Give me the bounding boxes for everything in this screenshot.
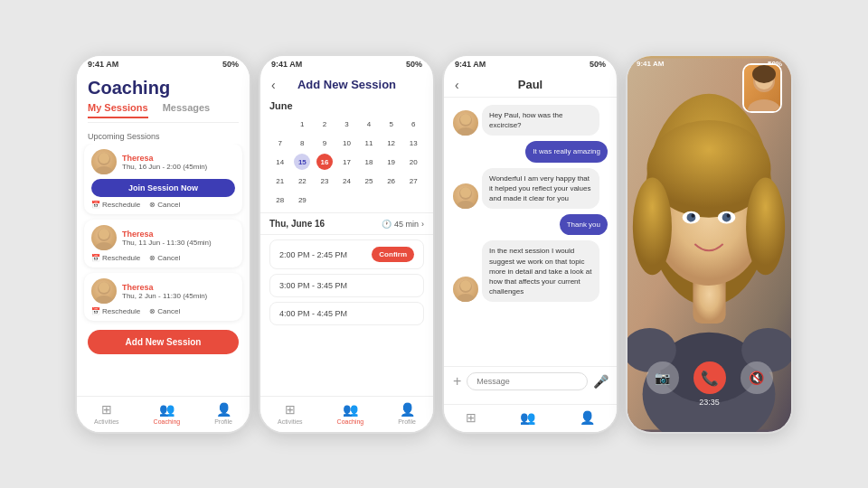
cal-29[interactable]: 29	[294, 192, 310, 208]
cal-6[interactable]: 6	[405, 116, 421, 132]
time-3: 9:41 AM	[455, 60, 486, 69]
cal-1[interactable]: 1	[294, 116, 310, 132]
phone-video-call: 9:41 AM 50%	[626, 54, 793, 434]
cal-14[interactable]: 14	[272, 154, 288, 170]
cancel-link-1[interactable]: ⊗ Cancel	[149, 201, 180, 209]
nav-profile-2[interactable]: 👤 Profile	[398, 402, 416, 425]
tab-messages[interactable]: Messages	[163, 102, 211, 118]
activities-icon-2: ⊞	[285, 402, 296, 417]
nav-coaching-1[interactable]: 👥 Coaching	[154, 402, 181, 425]
mute-icon: 🔇	[749, 371, 764, 385]
profile-icon-2: 👤	[400, 402, 415, 417]
cal-26[interactable]: 26	[383, 173, 400, 189]
clock-icon: 🕐	[382, 220, 392, 229]
cal-4[interactable]: 4	[361, 116, 377, 132]
svg-point-14	[460, 187, 471, 198]
date-bar: Thu, June 16 🕐 45 min ›	[260, 212, 433, 235]
time-2: 9:41 AM	[271, 60, 302, 69]
session-card-3: Theresa Thu, 2 Jun - 11:30 (45min) 📅 Res…	[84, 273, 242, 321]
chevron-right-icon[interactable]: ›	[421, 220, 424, 229]
cal-11[interactable]: 11	[361, 135, 377, 151]
cal-28[interactable]: 28	[272, 192, 288, 208]
call-controls: 📷 📞 🔇	[627, 361, 791, 394]
nav-profile-3[interactable]: 👤	[580, 410, 595, 425]
cal-9[interactable]: 9	[316, 135, 333, 151]
session-time-1: Thu, 16 Jun - 2:00 (45min)	[122, 163, 207, 171]
cal-10[interactable]: 10	[338, 135, 354, 151]
battery-2: 50%	[406, 60, 422, 69]
msg-row-5: In the next session I would suggest we w…	[453, 240, 608, 302]
hangup-icon: 📞	[701, 370, 719, 387]
battery-3: 50%	[590, 60, 606, 69]
svg-point-4	[95, 242, 113, 250]
call-timer: 23:35	[627, 398, 791, 407]
microphone-button[interactable]: 🎤	[593, 374, 609, 389]
mute-button[interactable]: 🔇	[741, 361, 773, 394]
svg-point-24	[746, 178, 785, 276]
profile-icon-3: 👤	[580, 410, 595, 425]
video-icon: 📷	[655, 371, 670, 385]
session-info-3: Theresa Thu, 2 Jun - 11:30 (45min)	[122, 283, 207, 300]
msg-row-3: Wonderful I am very happy that it helped…	[453, 168, 608, 210]
reschedule-link-1[interactable]: 📅 Reschedule	[91, 201, 140, 209]
cal-12[interactable]: 12	[383, 135, 400, 151]
svg-point-11	[460, 114, 471, 125]
hangup-button[interactable]: 📞	[693, 361, 726, 394]
add-new-session-button[interactable]: Add New Session	[88, 330, 239, 354]
cal-15[interactable]: 15	[294, 154, 310, 170]
cal-5[interactable]: 5	[383, 116, 400, 132]
cal-23[interactable]: 23	[316, 173, 333, 189]
message-input[interactable]	[467, 372, 588, 390]
reschedule-link-2[interactable]: 📅 Reschedule	[91, 254, 140, 262]
cal-empty	[272, 116, 288, 132]
msg-bubble-4: Thank you	[560, 214, 608, 235]
cal-3[interactable]: 3	[338, 116, 354, 132]
cal-16[interactable]: 16	[316, 154, 333, 170]
tab-my-sessions[interactable]: My Sessions	[88, 102, 148, 118]
back-button-3[interactable]: ‹	[455, 78, 459, 92]
cal-20[interactable]: 20	[405, 154, 421, 170]
cal-22[interactable]: 22	[294, 173, 310, 189]
calendar-grid: 1 2 3 4 5 6 7 8 9 10 11 12 13 14 15 16 1…	[269, 115, 424, 209]
cal-19[interactable]: 19	[383, 154, 400, 170]
time-slot-2[interactable]: 3:00 PM - 3:45 PM	[269, 274, 424, 297]
reschedule-link-3[interactable]: 📅 Reschedule	[91, 307, 140, 315]
add-attachment-button[interactable]: +	[453, 373, 461, 389]
coaching-icon-2: 👥	[343, 402, 358, 417]
nav-activities-3[interactable]: ⊞	[466, 410, 476, 425]
cal-2[interactable]: 2	[316, 116, 333, 132]
cancel-link-2[interactable]: ⊗ Cancel	[149, 254, 180, 262]
cal-17[interactable]: 17	[338, 154, 354, 170]
nav-coaching-3[interactable]: 👥	[520, 410, 535, 425]
time-slot-1[interactable]: 2:00 PM - 2:45 PM Confirm	[269, 239, 424, 269]
join-session-button[interactable]: Join Session Now	[91, 179, 235, 197]
svg-point-27	[687, 213, 696, 222]
session-top-3: Theresa Thu, 2 Jun - 11:30 (45min)	[91, 278, 235, 304]
cal-27[interactable]: 27	[405, 173, 421, 189]
cal-24[interactable]: 24	[338, 173, 354, 189]
chat-title: Paul	[518, 78, 542, 91]
back-button-2[interactable]: ‹	[271, 78, 276, 92]
coach-avatar-chat	[453, 110, 478, 136]
avatar-3	[91, 278, 117, 304]
video-toggle-button[interactable]: 📷	[646, 361, 679, 394]
time-slot-3[interactable]: 4:00 PM - 4:45 PM	[269, 302, 424, 325]
confirm-button[interactable]: Confirm	[372, 247, 414, 262]
nav-coaching-2[interactable]: 👥 Coaching	[337, 402, 364, 425]
nav-profile-1[interactable]: 👤 Profile	[214, 402, 232, 425]
session-actions-3: 📅 Reschedule ⊗ Cancel	[91, 307, 235, 315]
nav-activities-2[interactable]: ⊞ Activities	[278, 402, 303, 425]
cal-7[interactable]: 7	[272, 135, 288, 151]
msg-row-1: Hey Paul, how was the excircise?	[453, 105, 608, 136]
cal-8[interactable]: 8	[294, 135, 310, 151]
cal-13[interactable]: 13	[405, 135, 421, 151]
nav-activities-1[interactable]: ⊞ Activities	[94, 402, 119, 425]
session-actions-2: 📅 Reschedule ⊗ Cancel	[91, 254, 235, 262]
calendar-month: June	[269, 100, 424, 111]
cal-25[interactable]: 25	[361, 173, 377, 189]
cal-21[interactable]: 21	[272, 173, 288, 189]
chat-header: ‹ Paul	[444, 72, 617, 98]
svg-point-30	[727, 214, 731, 218]
cal-18[interactable]: 18	[361, 154, 377, 170]
cancel-link-3[interactable]: ⊗ Cancel	[149, 307, 180, 315]
